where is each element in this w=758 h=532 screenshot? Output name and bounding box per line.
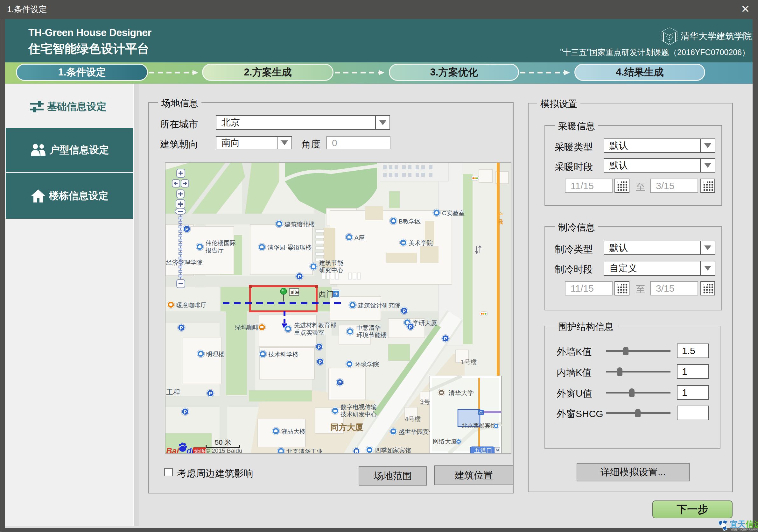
svg-text:Bai: Bai xyxy=(166,446,179,453)
svg-text:美术学院: 美术学院 xyxy=(409,240,433,246)
svg-text:四季如家宾馆: 四季如家宾馆 xyxy=(375,447,411,453)
svg-text:先进材料教育部: 先进材料教育部 xyxy=(294,322,336,329)
svg-text:环境学院: 环境学院 xyxy=(355,361,379,368)
svg-text:研究中心: 研究中心 xyxy=(319,267,343,273)
svg-text:同方大厦: 同方大厦 xyxy=(330,422,363,432)
svg-text:A座: A座 xyxy=(355,234,365,241)
svg-text:工程: 工程 xyxy=(166,388,180,396)
svg-text:网络大厦: 网络大厦 xyxy=(433,438,457,445)
svg-text:绿坞咖啡: 绿坞咖啡 xyxy=(235,324,259,331)
svg-text:经济管理学院: 经济管理学院 xyxy=(166,259,202,266)
svg-text:学研大厦: 学研大厦 xyxy=(413,320,437,326)
svg-text:数字电视传输: 数字电视传输 xyxy=(340,404,377,410)
svg-text:1号楼: 1号楼 xyxy=(461,359,477,366)
svg-text:西门: 西门 xyxy=(319,290,334,298)
svg-text:建筑设计研究院: 建筑设计研究院 xyxy=(358,302,400,309)
svg-text:明理楼: 明理楼 xyxy=(206,351,224,358)
svg-text:地图: 地图 xyxy=(194,448,206,453)
svg-text:清华大学: 清华大学 xyxy=(448,389,474,396)
svg-text:建筑馆北楼: 建筑馆北楼 xyxy=(284,221,315,228)
svg-text:site: site xyxy=(291,289,299,295)
svg-text:© 2015 Baidu: © 2015 Baidu xyxy=(206,447,242,453)
svg-text:技术研发中心: 技术研发中心 xyxy=(340,411,377,418)
svg-text:50 米: 50 米 xyxy=(215,439,232,446)
svg-text:伟伦楼国际: 伟伦楼国际 xyxy=(205,240,236,246)
svg-text:技术科学楼: 技术科学楼 xyxy=(268,351,298,358)
svg-text:建筑节能: 建筑节能 xyxy=(319,260,343,266)
svg-text:五道口: 五道口 xyxy=(474,447,492,453)
svg-text:环境节能楼: 环境节能楼 xyxy=(357,332,387,338)
svg-text:北京西郊宾馆: 北京西郊宾馆 xyxy=(462,422,496,429)
svg-text:盛世华园宾馆: 盛世华园宾馆 xyxy=(399,429,435,435)
svg-text:B教学区: B教学区 xyxy=(399,218,421,225)
svg-text:中意清华: 中意清华 xyxy=(357,324,381,331)
svg-text:重点实验室: 重点实验室 xyxy=(294,329,324,336)
svg-text:北京清华工业: 北京清华工业 xyxy=(287,448,323,453)
svg-text:4号楼: 4号楼 xyxy=(405,415,421,422)
svg-text:G: G xyxy=(479,410,483,415)
svg-text:报告厅: 报告厅 xyxy=(205,247,224,254)
svg-text:暖意咖啡厅: 暖意咖啡厅 xyxy=(176,302,207,308)
svg-text:液晶大楼: 液晶大楼 xyxy=(281,428,305,435)
svg-text:C实验室: C实验室 xyxy=(442,210,465,217)
svg-text:清华园-梁镒琚楼: 清华园-梁镒琚楼 xyxy=(267,244,312,251)
